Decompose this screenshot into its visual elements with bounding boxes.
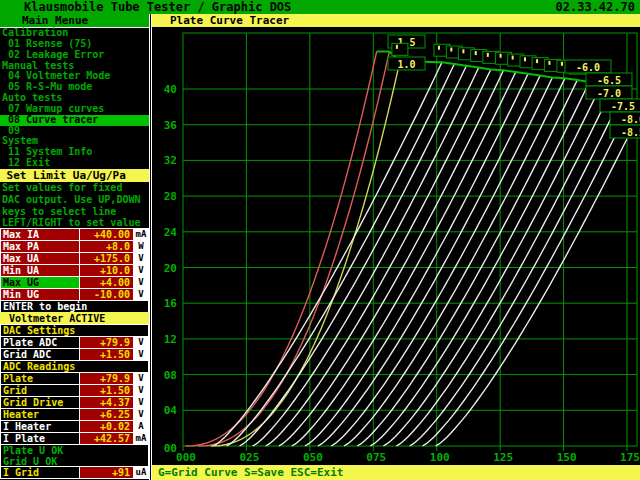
svg-text:050: 050 <box>303 451 323 464</box>
max-ua-value[interactable]: +175.0 <box>79 253 133 264</box>
status-messages: Plate U OKGrid U OK <box>0 444 149 467</box>
left-panel: Main Menue Calibration 01 Rsense (75) 02… <box>0 14 152 480</box>
grid-adc-row: Grid ADC+1.50V <box>0 348 149 361</box>
min-ua-unit: V <box>133 265 148 276</box>
svg-text:-7.5: -7.5 <box>611 101 635 112</box>
max-pa-unit: W <box>133 241 148 252</box>
plate-adc-row: Plate ADC+79.9V <box>0 336 149 349</box>
grid-adc-label: Grid ADC <box>1 349 79 360</box>
status-message: Plate U OK <box>1 445 148 456</box>
limit-help-text: Set values for fixedDAC output. Use UP,D… <box>0 182 149 229</box>
grid-value[interactable]: +1.50 <box>79 385 133 396</box>
adc-readings-row: ADC Readings <box>0 360 149 373</box>
max-ug-value[interactable]: +4.00 <box>79 277 133 288</box>
heater-value[interactable]: +6.25 <box>79 409 133 420</box>
limit-help-line: Set values for fixed <box>0 182 149 194</box>
max-ia-unit: mA <box>133 229 148 240</box>
max-ua-label: Max UA <box>1 253 79 264</box>
plot-area: 0000250500751001251501750004081216202428… <box>152 27 640 465</box>
svg-text:-7.0: -7.0 <box>597 88 621 99</box>
limit-help-line: DAC output. Use UP,DOWN <box>0 194 149 206</box>
min-ug-row[interactable]: Min UG-10.00V <box>0 288 149 301</box>
svg-text:28: 28 <box>164 190 177 203</box>
svg-text:00: 00 <box>164 442 177 455</box>
svg-text:025: 025 <box>239 451 259 464</box>
clock: 02.33.42.70 <box>556 0 635 14</box>
max-ua-row[interactable]: Max UA+175.0V <box>0 252 149 265</box>
svg-text:20: 20 <box>164 262 177 275</box>
enter-to-begin-label: ENTER to begin <box>1 301 148 312</box>
plate-curves-chart: 0000250500751001251501750004081216202428… <box>152 27 640 465</box>
i-grid-label: I Grid <box>1 467 79 478</box>
svg-text:24: 24 <box>164 226 178 239</box>
min-ua-row[interactable]: Min UA+10.0V <box>0 264 149 277</box>
grid-drive-value[interactable]: +4.37 <box>79 397 133 408</box>
svg-text:125: 125 <box>493 451 513 464</box>
readout-table: Max IA+40.00mAMax PA+8.0WMax UA+175.0VMi… <box>0 228 149 479</box>
hotkey-footer: G=Grid Curve S=Save ESC=Exit <box>152 465 640 480</box>
max-pa-value[interactable]: +8.0 <box>79 241 133 252</box>
i-plate-unit: mA <box>133 433 148 444</box>
max-ug-row[interactable]: Max UG+4.00V <box>0 276 149 289</box>
title-bar: Klausmobile Tube Tester / Graphic DOS 02… <box>0 0 640 14</box>
i-heater-row: I Heater+0.02A <box>0 420 149 433</box>
grid-drive-label: Grid Drive <box>1 397 79 408</box>
grid-unit: V <box>133 385 148 396</box>
svg-text:-6.0: -6.0 <box>576 62 600 73</box>
svg-text:075: 075 <box>366 451 386 464</box>
tube-tester-app: { "title_bar": { "title": "Klausmobile T… <box>0 0 640 480</box>
menu-item-08-curve-tracer[interactable]: 08 Curve tracer <box>0 115 149 126</box>
svg-text:16: 16 <box>164 297 178 310</box>
heater-label: Heater <box>1 409 79 420</box>
voltmeter-active-label: Voltmeter ACTIVE <box>1 313 148 324</box>
svg-text:-8.0: -8.0 <box>621 114 640 125</box>
i-grid-unit: uA <box>133 467 148 478</box>
max-pa-row[interactable]: Max PA+8.0W <box>0 240 149 253</box>
svg-text:08: 08 <box>164 369 177 382</box>
min-ug-value[interactable]: -10.00 <box>79 289 133 300</box>
svg-text:150: 150 <box>557 451 577 464</box>
plate-adc-value[interactable]: +79.9 <box>79 337 133 348</box>
plate-value[interactable]: +79.9 <box>79 373 133 384</box>
min-ua-label: Min UA <box>1 265 79 276</box>
menu-item-12-exit[interactable]: 12 Exit <box>0 158 149 169</box>
menu-item-02-leakage-error[interactable]: 02 Leakage Error <box>0 50 149 61</box>
min-ug-unit: V <box>133 289 148 300</box>
plate-label: Plate <box>1 373 79 384</box>
plate-row: Plate+79.9V <box>0 372 149 385</box>
grid-label: Grid <box>1 385 79 396</box>
i-heater-unit: A <box>133 421 148 432</box>
grid-drive-unit: V <box>133 397 148 408</box>
i-plate-row: I Plate+42.57mA <box>0 432 149 445</box>
i-grid-value[interactable]: +91 <box>79 467 133 478</box>
limit-help-line: keys to select line <box>0 206 149 218</box>
plate-adc-unit: V <box>133 337 148 348</box>
max-ua-unit: V <box>133 253 148 264</box>
svg-text:40: 40 <box>164 83 177 96</box>
svg-text:32: 32 <box>164 154 177 167</box>
i-grid-row: I Grid+91uA <box>0 466 149 479</box>
svg-text:-6.5: -6.5 <box>597 75 621 86</box>
i-plate-label: I Plate <box>1 433 79 444</box>
i-heater-value[interactable]: +0.02 <box>79 421 133 432</box>
i-plate-value[interactable]: +42.57 <box>79 433 133 444</box>
voltmeter-active-row: Voltmeter ACTIVE <box>0 312 149 325</box>
max-pa-label: Max PA <box>1 241 79 252</box>
plate-unit: V <box>133 373 148 384</box>
svg-text:000: 000 <box>176 451 196 464</box>
main-menu-list: Calibration 01 Rsense (75) 02 Leakage Er… <box>0 28 149 169</box>
svg-text:100: 100 <box>430 451 450 464</box>
set-limit-header: Set Limit Ua/Ug/Pa <box>0 169 149 182</box>
app-title: Klausmobile Tube Tester / Graphic DOS <box>24 0 291 14</box>
heater-unit: V <box>133 409 148 420</box>
svg-text:04: 04 <box>164 404 178 417</box>
max-ia-value[interactable]: +40.00 <box>79 229 133 240</box>
enter-to-begin-row: ENTER to begin <box>0 300 149 313</box>
min-ua-value[interactable]: +10.0 <box>79 265 133 276</box>
grid-adc-unit: V <box>133 349 148 360</box>
dac-settings-label: DAC Settings <box>1 325 148 336</box>
grid-adc-value[interactable]: +1.50 <box>79 349 133 360</box>
graph-title-bar: Plate Curve Tracer <box>152 14 640 27</box>
svg-text:-8.5: -8.5 <box>621 127 640 138</box>
max-ia-row[interactable]: Max IA+40.00mA <box>0 228 149 241</box>
